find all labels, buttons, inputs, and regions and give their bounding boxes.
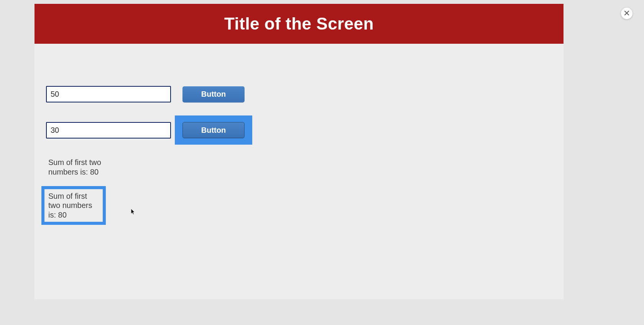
second-number-input[interactable] xyxy=(46,122,171,139)
row-2: Button xyxy=(46,115,552,145)
button-1[interactable]: Button xyxy=(182,86,245,102)
button-2-highlight: Button xyxy=(175,115,252,145)
sum-output-highlight: Sum of first two numbers is: 80 xyxy=(41,186,106,225)
close-icon xyxy=(624,10,629,17)
close-button[interactable] xyxy=(621,8,632,19)
first-number-input[interactable] xyxy=(46,86,171,102)
content-area: Button Button Sum of first two numbers i… xyxy=(34,44,564,236)
sum-output-text: Sum of first two numbers is: 80 xyxy=(48,158,102,177)
row-1: Button xyxy=(46,86,552,102)
screen-container: Title of the Screen Button Button Sum of… xyxy=(34,4,564,299)
screen-title: Title of the Screen xyxy=(224,14,374,33)
sum-output-text-highlighted: Sum of first two numbers is: 80 xyxy=(48,191,99,219)
mouse-cursor-icon xyxy=(131,209,136,216)
button-2[interactable]: Button xyxy=(182,122,245,138)
screen-header: Title of the Screen xyxy=(34,4,564,44)
